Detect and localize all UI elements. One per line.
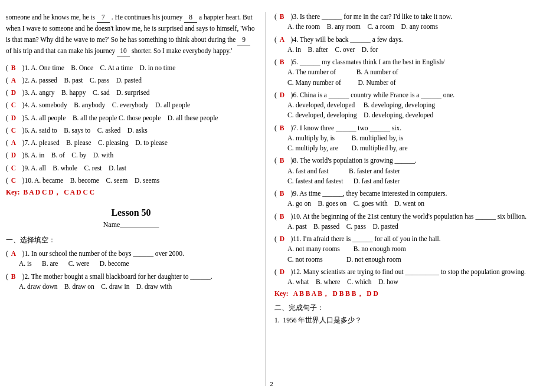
answer-d8: D [11, 150, 19, 160]
section2-header: 二、完成句子： [274, 303, 537, 313]
q-right-10: ( B )10. At the beginning of the 21st ce… [274, 212, 537, 232]
options-right-5b: C. Many number of D. Number of [287, 78, 537, 88]
options-right-8a: A. fast and fast B. faster and faster [287, 166, 537, 176]
answer-right-10: B [280, 212, 288, 222]
options-left-2: A. draw down B. draw on C. draw in D. dr… [19, 282, 256, 292]
old-q9: ( C )9. A. all B. whole C. rest D. last [6, 163, 256, 173]
answer-c9: C [11, 163, 19, 173]
options-right-11a: A. not many rooms B. no enough room [287, 244, 537, 254]
answer-d5: D [11, 113, 19, 123]
answer-c4: C [11, 100, 19, 110]
old-q6: ( C )6. A. said to B. says to C. asked D… [6, 126, 256, 136]
answer-right-12: D [280, 267, 288, 277]
options-right-11b: C. not rooms D. not enough room [287, 255, 537, 265]
q-right-5: ( B )5. ______ my classmates think I am … [274, 57, 537, 88]
page-number: 2 [270, 380, 273, 387]
options-right-9: A. go on B. goes on C. goes with D. went… [287, 199, 537, 209]
answer-c6: C [11, 126, 19, 136]
options-right-12: A. what B. where C. which D. how [287, 277, 537, 287]
old-q8: ( D )8. A. in B. of C. by D. with [6, 150, 256, 160]
answer-right-7: B [280, 123, 288, 133]
key-label-left: Key: [6, 189, 20, 196]
lesson-title: Lesson 50 [6, 207, 256, 218]
q-right-11: ( D )11. I'm afraid there is ______ for … [274, 234, 537, 265]
q-left-1: ( A )1. In our school the number of the … [6, 249, 256, 269]
q-right-9: ( B )9. As time ______, they became inte… [274, 189, 537, 209]
old-q5: ( D )5. A. all people B. all the people … [6, 113, 256, 123]
blank-9: 9 [237, 34, 250, 45]
q-right-7: ( B )7. I know three ______ two ______ s… [274, 123, 537, 154]
q-right-4: ( A )4. They will be back ______ a few d… [274, 35, 537, 55]
q-right-6: ( D )6. China is a ______ country while … [274, 90, 537, 121]
answer-c10: C [11, 176, 19, 186]
right-key-line: Key: A B B A B， D B B B， D D [274, 289, 537, 298]
left-key-line: Key: B A D C D， C A D C C [6, 188, 256, 197]
key-label-right: Key: [274, 290, 289, 297]
section1-header: 一、选择填空： [6, 235, 256, 245]
page: someone and he knows me, he is 7 . He co… [0, 0, 543, 392]
q-right-8: ( B )8. The world's population is growin… [274, 156, 537, 186]
old-q7: ( A )7. A. pleased B. please C. pleasing… [6, 138, 256, 148]
answer-right-3: B [280, 12, 288, 22]
old-q2: ( A )2. A. passed B. past C. pass D. pas… [6, 75, 256, 85]
q-right-12: ( D )12. Many scientists are trying to f… [274, 267, 537, 288]
answer-right-8: B [280, 156, 288, 166]
q-left-2: ( B )2. The mother bought a small blackb… [6, 272, 256, 292]
old-q3: ( D )3. A. angry B. happy C. sad D. surp… [6, 88, 256, 98]
answer-a7: A [11, 138, 19, 148]
options-right-7a: A. multiply by, is B. multiplied by, is [287, 133, 537, 143]
answer-right-9: B [280, 189, 288, 199]
right-column: ( B )3. Is there ______ for me in the ca… [266, 12, 537, 386]
left-column: someone and he knows me, he is 7 . He co… [6, 12, 266, 386]
old-questions-block: ( B )1. A. One time B. Once C. At a time… [6, 63, 256, 197]
options-right-6b: C. developed, developing D. developing, … [287, 110, 537, 120]
answer-d3: D [11, 88, 19, 98]
section2-q1: 1. 1956 年世界人口是多少？ [274, 315, 537, 325]
old-q1: ( B )1. A. One time B. Once C. At a time… [6, 63, 256, 73]
answer-right-11: D [280, 234, 288, 244]
old-q4: ( C )4. A. somebody B. anybody C. everyb… [6, 100, 256, 110]
blank-8: 8 [184, 12, 197, 23]
answer-right-5: B [280, 57, 288, 67]
options-right-8b: C. fastest and fastest D. fast and faste… [287, 176, 537, 186]
answer-right-6: D [280, 90, 288, 100]
options-right-6a: A. developed, developed B. developing, d… [287, 100, 537, 110]
options-right-3: A. the room B. any room C. a room D. any… [287, 22, 537, 32]
blank-7: 7 [97, 12, 110, 23]
name-line: Name___________ [6, 220, 256, 229]
blank-10: 10 [117, 45, 130, 57]
options-right-7b: C. multiply by, are D. multiplied by, ar… [287, 143, 537, 153]
options-left-1: A. is B. are C. were D. become [19, 259, 256, 269]
answer-left-2: B [11, 272, 19, 282]
old-q10: ( C )10. A. became B. become C. seem D. … [6, 176, 256, 186]
options-right-10: A. past B. passed C. pass D. pasted [287, 222, 537, 232]
intro-paragraph: someone and he knows me, he is 7 . He co… [6, 12, 256, 57]
answer-b1: B [11, 63, 19, 73]
answer-a2: A [11, 75, 19, 85]
q-right-3: ( B )3. Is there ______ for me in the ca… [274, 12, 537, 32]
answer-right-4: A [280, 35, 288, 45]
options-right-4: A. in B. after C. over D. for [287, 45, 537, 55]
options-right-5a: A. The number of B. A number of [287, 67, 537, 77]
answer-left-1: A [11, 249, 19, 259]
